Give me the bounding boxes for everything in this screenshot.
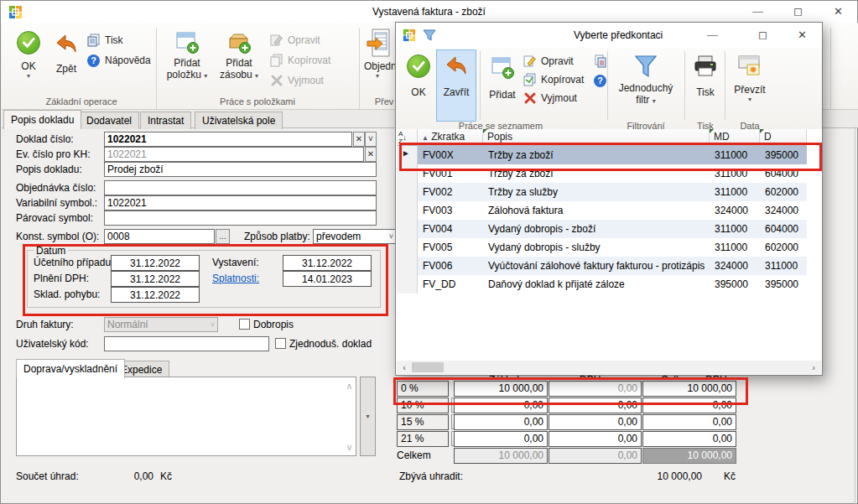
dialog-kopirovat-button[interactable]: Kopírovat <box>523 73 597 90</box>
table-row[interactable]: FV001 Tržby za zboží 311000 604000 <box>418 164 807 183</box>
uzivatelsky-kod-input[interactable] <box>104 336 269 351</box>
dialog-maximize-button[interactable]: ◻ <box>744 23 782 48</box>
main-minimize-button[interactable]: — <box>739 1 777 23</box>
tax-celkem-dph: 0,00 <box>549 448 642 464</box>
napoveda-button[interactable]: ? Nápověda <box>87 53 154 70</box>
filter-icon <box>423 29 436 42</box>
druh-faktury-select-disabled: Normální ˅ <box>104 317 218 332</box>
soucet-uhrad-label: Součet úhrad: <box>16 469 79 484</box>
sklad-pohybu-field[interactable]: 31.12.2022 <box>111 287 200 303</box>
konst-symbol-input[interactable] <box>104 229 215 244</box>
dialog-opravit-button[interactable]: Opravit <box>523 55 589 71</box>
dialog-hscrollbar[interactable]: ‹ › <box>397 361 821 374</box>
tax-celkem-cell[interactable]: 0,00 <box>642 431 736 447</box>
table-row[interactable]: FV002 Tržby za služby 311000 602000 <box>418 183 807 201</box>
dialog-minimize-button[interactable]: — <box>694 23 731 48</box>
subtab-doprava[interactable]: Doprava/vyskladnění <box>16 359 125 378</box>
table-row[interactable]: FV005 Vydaný dobropis - služby 311000 60… <box>418 238 807 257</box>
plneni-dph-label: Plnění DPH: <box>34 271 89 286</box>
ev-cislo-input[interactable] <box>104 147 364 162</box>
zjednodus-doklad-checkbox[interactable] <box>275 338 286 349</box>
doklad-cislo-input[interactable] <box>104 132 352 147</box>
popis-dokladu-label: Popis dokladu: <box>16 162 82 177</box>
tax-zaklad-cell[interactable]: 0,00 <box>454 431 548 447</box>
main-maximize-button[interactable]: ◻ <box>779 1 817 23</box>
header-zkratka[interactable]: ▲ Zkratka <box>418 129 483 146</box>
doprava-dropdown-button[interactable]: ▾ <box>360 377 376 456</box>
prevzit-button[interactable]: ✹ Převzít ▾ <box>728 51 772 122</box>
table-row[interactable]: FV_DD Daňový doklad k přijaté záloze 395… <box>418 275 807 294</box>
dialog-close-button[interactable]: ✕ <box>783 23 821 48</box>
tax-dph-cell[interactable]: 0,00 <box>549 397 642 413</box>
parovaci-symbol-input[interactable] <box>104 210 377 226</box>
table-row[interactable]: FV004 Vydaný dobropis - zboží 311000 604… <box>418 220 807 238</box>
doprava-textarea[interactable]: ∧ ∨ <box>16 377 356 456</box>
tax-rate-label: 0 % <box>397 381 449 397</box>
scroll-down-icon[interactable]: ∨ <box>344 440 355 454</box>
help-icon[interactable]: ? <box>594 75 606 87</box>
doklad-dropdown-button[interactable]: ˅ <box>365 132 377 147</box>
add-item-icon <box>174 29 200 55</box>
dialog-ok-button[interactable]: OK <box>403 51 434 122</box>
dialog-zavrit-button[interactable]: Zavřít <box>436 49 476 122</box>
tab-popis-dokladu[interactable]: Popis dokladu <box>3 110 81 129</box>
ev-cislo-clear-button[interactable]: ✕ <box>365 147 377 162</box>
splatnosti-field[interactable]: 14.01.2023 <box>283 271 372 287</box>
table-row-selected[interactable]: FV00X Tržby za zboží 311000 395000 <box>418 146 807 164</box>
tab-dodavatel[interactable]: Dodavatel <box>79 112 139 129</box>
zpet-button[interactable]: Zpět <box>49 29 84 96</box>
tax-dph-cell[interactable]: 0,00 <box>549 414 642 430</box>
header-md[interactable]: MD <box>710 129 760 146</box>
splatnosti-link[interactable]: Splatnosti: <box>212 271 259 286</box>
dialog-ribbon: OK Zavřít Přidat <box>396 48 822 134</box>
main-titlebar: Vystavená faktura - zboží — ◻ ✕ <box>1 1 857 23</box>
variabilni-symbol-input[interactable] <box>104 195 377 210</box>
window-edge-line <box>855 127 855 504</box>
scroll-up-icon[interactable]: ∧ <box>344 379 355 392</box>
scroll-left-icon[interactable]: ‹ <box>398 361 410 374</box>
main-close-button[interactable]: ✕ <box>819 1 857 23</box>
ucetniho-pripadu-field[interactable]: 31.12.2022 <box>111 255 200 271</box>
header-popis[interactable]: Popis <box>483 129 710 146</box>
tab-uzivatelska-pole[interactable]: Uživatelská pole <box>195 112 283 129</box>
tax-zaklad-cell[interactable]: 10 000,00 <box>454 381 548 397</box>
pridat-polozku-button[interactable]: Přidat položku ▾ <box>163 28 211 105</box>
scrollbar-thumb[interactable] <box>412 362 444 372</box>
tax-celkem-zaklad: 10 000,00 <box>454 448 548 464</box>
tax-zaklad-cell[interactable]: 0,00 <box>454 397 548 413</box>
popis-dokladu-input[interactable] <box>104 162 377 177</box>
vyjmout-button-disabled: Vyjmout <box>270 73 354 90</box>
objednavka-cislo-input[interactable] <box>104 180 377 195</box>
tab-intrastat[interactable]: Intrastat <box>140 112 191 129</box>
tax-zaklad-cell[interactable]: 0,00 <box>454 414 548 430</box>
tisk-button[interactable]: Tisk <box>87 33 154 49</box>
table-row[interactable]: FV006 Vyúčtování zálohové faktury faktur… <box>418 257 807 275</box>
tax-celkem-cell[interactable]: 10 000,00 <box>642 381 736 397</box>
soucet-uhrad-value: 0,00 <box>101 469 153 484</box>
copy-special-icon[interactable] <box>594 55 607 68</box>
plneni-dph-field[interactable]: 31.12.2022 <box>111 271 200 287</box>
dialog-vyjmout-button[interactable]: Vyjmout <box>523 91 592 108</box>
table-row[interactable]: FV003 Zálohová faktura 324000 324000 <box>418 201 807 220</box>
pridat-zasobu-button[interactable]: Přidat zásobu ▾ <box>215 28 263 105</box>
vystaveni-field[interactable]: 31.12.2022 <box>283 255 372 271</box>
jednoduchy-filtr-button[interactable]: Jednoduchý filtr ▾ <box>611 51 681 122</box>
zpusob-platby-select[interactable]: převodem ˅ <box>313 229 397 244</box>
dobropis-checkbox[interactable] <box>239 319 250 330</box>
tax-celkem-cell[interactable]: 0,00 <box>642 397 736 413</box>
print-preview-icon <box>87 34 101 47</box>
dropdown-chevron: ▾ <box>728 96 772 103</box>
doklad-clear-button[interactable]: ✕ <box>353 132 365 147</box>
tax-dph-cell[interactable]: 0,00 <box>549 431 642 447</box>
scroll-right-icon[interactable]: › <box>808 361 819 374</box>
header-d[interactable]: D <box>760 129 807 146</box>
dialog-tisk-button[interactable]: Tisk <box>688 51 723 122</box>
delete-x-icon <box>270 74 283 87</box>
sort-header-cell[interactable]: AZ↓ <box>397 129 418 146</box>
tax-celkem-cell[interactable]: 0,00 <box>642 414 736 430</box>
konst-symbol-browse-button[interactable]: ... <box>216 229 230 244</box>
ok-button[interactable]: OK ▾ <box>12 29 45 103</box>
dialog-pridat-button[interactable]: Přidat <box>483 51 522 122</box>
ok-dropdown-chevron[interactable]: ▾ <box>12 72 45 80</box>
tax-rate-label: 21 % <box>397 431 449 447</box>
